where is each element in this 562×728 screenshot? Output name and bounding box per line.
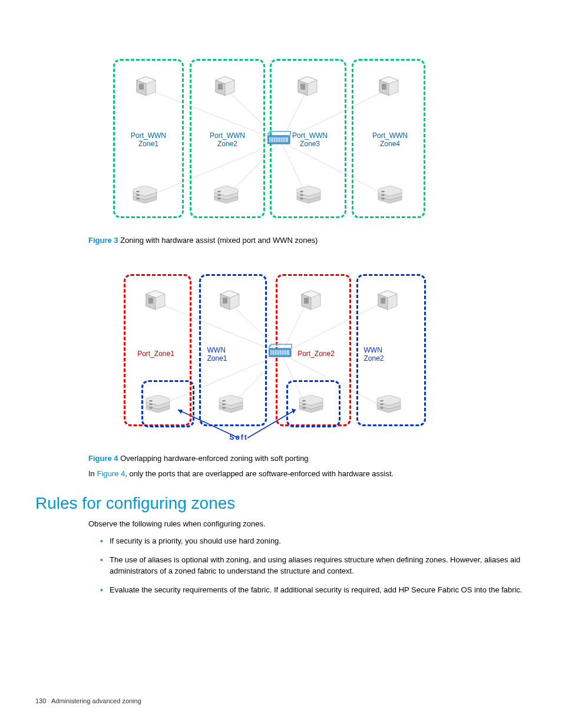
server-icon — [377, 289, 398, 311]
storage-icon — [213, 186, 239, 205]
zone-label: Port_WWNZone1 — [124, 131, 173, 149]
storage-icon — [376, 395, 402, 414]
soft-label: Soft — [230, 433, 248, 442]
text-suffix: , only the ports that are overlapped are… — [125, 469, 394, 478]
list-item: The use of aliases is optional with zoni… — [100, 554, 527, 577]
storage-icon — [218, 395, 244, 414]
zone-label: Port_Zone1 — [130, 350, 183, 358]
zone-label: Port_Zone2 — [290, 350, 343, 358]
figure-4-wrap: Port_Zone1 WWNZone1 Port_Zone2 WWNZone2 … — [35, 274, 527, 442]
section-heading: Rules for configuring zones — [35, 494, 527, 513]
server-icon — [378, 75, 399, 97]
server-icon — [135, 75, 157, 97]
list-item: If security is a priority, you should us… — [100, 535, 527, 547]
figure-3-caption: Figure 3 Zoning with hardware assist (mi… — [88, 236, 527, 245]
page-number: 130 — [35, 697, 46, 704]
server-icon — [219, 289, 240, 311]
page-footer: 130 Administering advanced zoning — [35, 697, 141, 704]
figure-label: Figure 3 — [88, 236, 118, 245]
footer-title: Administering advanced zoning — [51, 697, 141, 704]
storage-icon — [296, 186, 322, 205]
figure-3-wrap: Port_WWNZone1 Port_WWNZone2 Port_WWNZone… — [35, 59, 527, 224]
storage-icon — [132, 186, 158, 205]
body-paragraph: In Figure 4, only the ports that are ove… — [88, 469, 527, 479]
server-icon — [145, 289, 166, 311]
storage-icon — [298, 395, 324, 414]
zone-label: Port_WWNZone4 — [365, 131, 415, 149]
storage-icon — [145, 395, 171, 414]
zone-label: Port_WWNZone2 — [203, 131, 252, 149]
zone-label: Port_WWNZone3 — [285, 131, 335, 149]
figure-4-link[interactable]: Figure 4 — [97, 469, 125, 478]
storage-icon — [377, 186, 403, 205]
text-prefix: In — [88, 469, 97, 478]
rules-list: If security is a priority, you should us… — [100, 535, 527, 595]
server-icon — [214, 75, 236, 97]
figure-3-diagram: Port_WWNZone1 Port_WWNZone2 Port_WWNZone… — [113, 59, 449, 224]
zone-label: WWNZone2 — [364, 346, 396, 363]
zone-label: WWNZone1 — [207, 346, 240, 363]
figure-caption-text: Overlapping hardware-enforced zoning wit… — [120, 454, 308, 463]
figure-4-diagram: Port_Zone1 WWNZone1 Port_Zone2 WWNZone2 … — [124, 274, 439, 442]
figure-label: Figure 4 — [88, 454, 118, 463]
server-icon — [300, 289, 322, 311]
list-item: Evaluate the security requirements of th… — [100, 584, 527, 596]
section-intro: Observe the following rules when configu… — [88, 519, 527, 529]
server-icon — [297, 75, 318, 97]
figure-4-caption: Figure 4 Overlapping hardware-enforced z… — [88, 454, 527, 463]
figure-caption-text: Zoning with hardware assist (mixed port … — [120, 236, 318, 245]
